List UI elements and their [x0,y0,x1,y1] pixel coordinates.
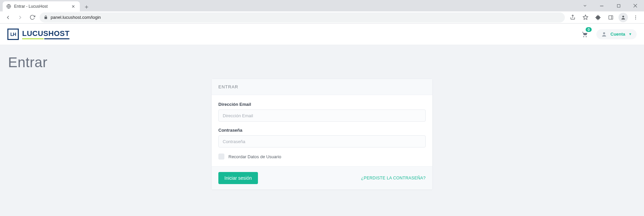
account-menu[interactable]: Cuenta ▼ [596,29,637,39]
svg-point-12 [635,18,636,19]
share-icon[interactable] [568,12,578,23]
window-close-button[interactable] [628,1,643,11]
page-body: Entrar ENTRAR Dirección Email Contraseña… [0,45,644,216]
close-tab-icon[interactable]: ✕ [70,3,76,10]
svg-point-10 [635,15,636,16]
account-label: Cuenta [610,32,625,37]
login-form: Dirección Email Contraseña Recordar Dato… [212,95,432,166]
new-tab-button[interactable]: ＋ [82,2,91,11]
cart-button[interactable]: 0 [581,31,588,38]
login-card-footer: Iniciar sesión ¿PERDISTE LA CONTRASEÑA? [212,166,432,189]
login-card: ENTRAR Dirección Email Contraseña Record… [211,79,433,190]
window-minimize-button[interactable] [594,1,609,11]
toolbar-right [568,12,641,23]
tab-strip: Entrar - LucusHost ✕ ＋ [0,0,644,11]
svg-point-9 [622,15,624,17]
back-button[interactable] [3,13,13,22]
side-panel-icon[interactable] [606,12,616,23]
extensions-icon[interactable] [593,12,603,23]
email-field[interactable] [218,110,426,122]
forward-button[interactable] [15,13,25,22]
submit-button[interactable]: Iniciar sesión [218,172,258,184]
caret-down-icon: ▼ [629,32,632,36]
cart-badge: 0 [586,27,592,32]
page-title: Entrar [8,54,636,71]
window-maximize-button[interactable] [611,1,626,11]
svg-point-13 [583,36,584,37]
tab-title: Entrar - LucusHost [14,4,48,9]
user-icon [601,31,607,37]
email-label: Dirección Email [218,102,426,107]
svg-point-15 [603,32,605,34]
profile-avatar[interactable] [619,13,628,22]
chevron-down-icon[interactable] [578,1,592,11]
browser-tab[interactable]: Entrar - LucusHost ✕ [3,1,80,11]
lock-icon [44,15,48,19]
kebab-menu-icon[interactable] [631,12,641,23]
remember-checkbox[interactable] [218,154,224,160]
logo[interactable]: LH LUCUSHOST [7,29,69,40]
header-right: 0 Cuenta ▼ [581,29,637,39]
window-controls [578,0,643,11]
logo-mark: LH [7,29,19,40]
star-icon[interactable] [580,12,590,23]
reload-button[interactable] [28,13,37,22]
login-card-title: ENTRAR [212,79,432,95]
globe-icon [6,4,11,9]
svg-point-14 [586,36,587,37]
logo-word: LUCUSHOST [22,29,69,39]
password-label: Contraseña [218,128,426,133]
browser-chrome: Entrar - LucusHost ✕ ＋ [0,0,644,24]
forgot-password-link[interactable]: ¿PERDISTE LA CONTRASEÑA? [361,176,426,180]
svg-rect-7 [609,15,613,19]
remember-label: Recordar Datos de Usuario [228,154,281,159]
site-header: LH LUCUSHOST 0 Cuenta ▼ [0,24,644,45]
svg-rect-1 [600,6,603,6]
omnibox[interactable]: panel.lucushost.com/login [40,12,565,23]
password-field[interactable] [218,135,426,147]
svg-point-11 [635,17,636,17]
address-bar: panel.lucushost.com/login [0,11,644,24]
svg-marker-6 [583,15,588,19]
svg-rect-2 [617,4,620,7]
url-text: panel.lucushost.com/login [51,15,101,20]
